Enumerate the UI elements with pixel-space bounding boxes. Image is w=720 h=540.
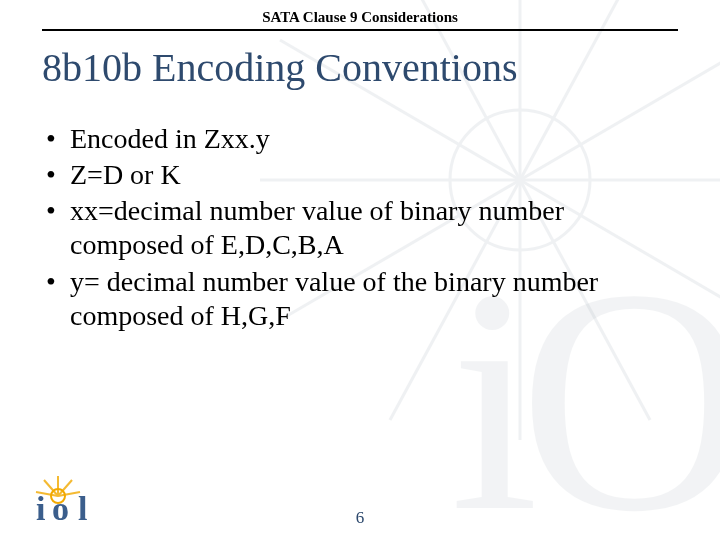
- header-divider: [42, 29, 678, 31]
- list-item: Z=D or K: [42, 158, 678, 192]
- bullet-text: y= decimal number value of the binary nu…: [70, 266, 598, 331]
- slide-title: 8b10b Encoding Conventions: [42, 44, 678, 91]
- list-item: y= decimal number value of the binary nu…: [42, 265, 678, 333]
- bullet-text: Encoded in Zxx.y: [70, 123, 270, 154]
- slide: iO SATA Clause 9 Considerations 8b10b En…: [0, 0, 720, 540]
- bullet-text: Z=D or K: [70, 159, 181, 190]
- list-item: xx=decimal number value of binary number…: [42, 194, 678, 262]
- bullet-text: xx=decimal number value of binary number…: [70, 195, 564, 260]
- list-item: Encoded in Zxx.y: [42, 122, 678, 156]
- page-number: 6: [0, 508, 720, 528]
- slide-header: SATA Clause 9 Considerations: [0, 8, 720, 31]
- header-text: SATA Clause 9 Considerations: [262, 9, 458, 25]
- bullet-list: Encoded in Zxx.y Z=D or K xx=decimal num…: [42, 120, 678, 335]
